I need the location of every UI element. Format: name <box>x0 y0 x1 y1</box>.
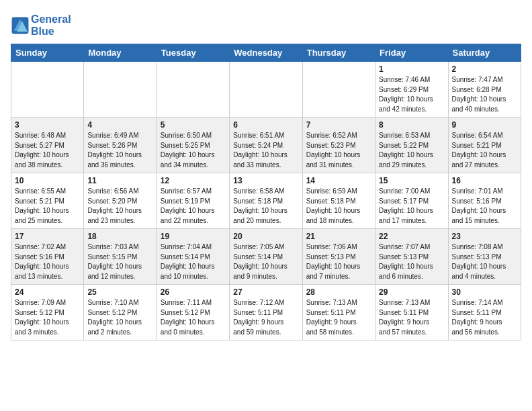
day-number: 23 <box>452 232 517 241</box>
day-number: 26 <box>161 287 226 297</box>
day-info: Sunrise: 7:10 AM Sunset: 5:12 PM Dayligh… <box>87 298 152 337</box>
day-info: Sunrise: 6:52 AM Sunset: 5:23 PM Dayligh… <box>306 131 371 170</box>
calendar-header-thursday: Thursday <box>302 44 375 62</box>
day-number: 2 <box>452 64 517 74</box>
calendar-cell: 14Sunrise: 6:59 AM Sunset: 5:18 PM Dayli… <box>302 173 375 229</box>
day-number: 12 <box>161 176 226 185</box>
day-info: Sunrise: 6:49 AM Sunset: 5:26 PM Dayligh… <box>87 131 152 170</box>
calendar-cell: 2Sunrise: 7:47 AM Sunset: 6:28 PM Daylig… <box>448 62 521 118</box>
day-number: 6 <box>233 120 298 130</box>
day-number: 28 <box>306 287 371 297</box>
day-info: Sunrise: 7:13 AM Sunset: 5:11 PM Dayligh… <box>306 298 371 337</box>
calendar-week-3: 10Sunrise: 6:55 AM Sunset: 5:21 PM Dayli… <box>11 173 521 229</box>
logo-line1: General <box>31 13 71 26</box>
day-info: Sunrise: 6:48 AM Sunset: 5:27 PM Dayligh… <box>15 131 80 170</box>
calendar-cell: 25Sunrise: 7:10 AM Sunset: 5:12 PM Dayli… <box>84 285 157 340</box>
calendar-cell: 19Sunrise: 7:04 AM Sunset: 5:14 PM Dayli… <box>157 229 229 285</box>
calendar-cell: 21Sunrise: 7:06 AM Sunset: 5:13 PM Dayli… <box>302 229 375 285</box>
day-info: Sunrise: 6:58 AM Sunset: 5:18 PM Dayligh… <box>233 187 298 226</box>
day-info: Sunrise: 7:08 AM Sunset: 5:13 PM Dayligh… <box>452 242 517 281</box>
logo-line2: Blue <box>31 26 71 38</box>
day-info: Sunrise: 6:50 AM Sunset: 5:25 PM Dayligh… <box>161 131 226 170</box>
day-info: Sunrise: 7:46 AM Sunset: 6:29 PM Dayligh… <box>379 75 444 114</box>
day-number: 25 <box>87 287 152 297</box>
day-info: Sunrise: 7:11 AM Sunset: 5:12 PM Dayligh… <box>161 298 226 337</box>
calendar-cell: 7Sunrise: 6:52 AM Sunset: 5:23 PM Daylig… <box>302 118 375 173</box>
calendar-cell: 30Sunrise: 7:14 AM Sunset: 5:11 PM Dayli… <box>448 285 521 340</box>
calendar-cell: 17Sunrise: 7:02 AM Sunset: 5:16 PM Dayli… <box>11 229 84 285</box>
day-number: 27 <box>233 287 298 297</box>
calendar-cell: 28Sunrise: 7:13 AM Sunset: 5:11 PM Dayli… <box>302 285 375 340</box>
calendar-header-wednesday: Wednesday <box>230 44 302 62</box>
day-info: Sunrise: 7:06 AM Sunset: 5:13 PM Dayligh… <box>306 242 371 281</box>
day-info: Sunrise: 7:14 AM Sunset: 5:11 PM Dayligh… <box>452 298 517 337</box>
calendar-week-4: 17Sunrise: 7:02 AM Sunset: 5:16 PM Dayli… <box>11 229 521 285</box>
day-info: Sunrise: 7:05 AM Sunset: 5:14 PM Dayligh… <box>233 242 298 281</box>
day-info: Sunrise: 7:47 AM Sunset: 6:28 PM Dayligh… <box>452 75 517 114</box>
calendar-cell: 20Sunrise: 7:05 AM Sunset: 5:14 PM Dayli… <box>230 229 302 285</box>
day-number: 24 <box>15 287 80 297</box>
calendar-cell: 10Sunrise: 6:55 AM Sunset: 5:21 PM Dayli… <box>11 173 84 229</box>
calendar-table: SundayMondayTuesdayWednesdayThursdayFrid… <box>11 44 521 340</box>
calendar-cell: 3Sunrise: 6:48 AM Sunset: 5:27 PM Daylig… <box>11 118 84 173</box>
calendar-week-1: 1Sunrise: 7:46 AM Sunset: 6:29 PM Daylig… <box>11 62 521 118</box>
day-info: Sunrise: 6:53 AM Sunset: 5:22 PM Dayligh… <box>379 131 444 170</box>
day-number: 4 <box>87 120 152 130</box>
logo: General Blue <box>11 13 71 37</box>
day-number: 1 <box>379 64 444 74</box>
day-info: Sunrise: 7:00 AM Sunset: 5:17 PM Dayligh… <box>379 187 444 226</box>
logo-icon <box>11 16 30 35</box>
day-info: Sunrise: 7:12 AM Sunset: 5:11 PM Dayligh… <box>233 298 298 337</box>
calendar-cell: 6Sunrise: 6:51 AM Sunset: 5:24 PM Daylig… <box>230 118 302 173</box>
day-number: 22 <box>379 232 444 241</box>
header: General Blue <box>11 11 521 37</box>
day-number: 30 <box>452 287 517 297</box>
day-number: 29 <box>379 287 444 297</box>
day-number: 9 <box>452 120 517 130</box>
day-info: Sunrise: 6:51 AM Sunset: 5:24 PM Dayligh… <box>233 131 298 170</box>
calendar-cell: 23Sunrise: 7:08 AM Sunset: 5:13 PM Dayli… <box>448 229 521 285</box>
day-info: Sunrise: 7:03 AM Sunset: 5:15 PM Dayligh… <box>87 242 152 281</box>
calendar-cell: 13Sunrise: 6:58 AM Sunset: 5:18 PM Dayli… <box>230 173 302 229</box>
calendar-cell: 29Sunrise: 7:13 AM Sunset: 5:11 PM Dayli… <box>375 285 448 340</box>
day-number: 7 <box>306 120 371 130</box>
day-number: 3 <box>15 120 80 130</box>
day-number: 15 <box>379 176 444 185</box>
calendar-cell: 9Sunrise: 6:54 AM Sunset: 5:21 PM Daylig… <box>448 118 521 173</box>
day-number: 17 <box>15 232 80 241</box>
calendar-cell: 27Sunrise: 7:12 AM Sunset: 5:11 PM Dayli… <box>230 285 302 340</box>
calendar-cell: 8Sunrise: 6:53 AM Sunset: 5:22 PM Daylig… <box>375 118 448 173</box>
calendar-header-monday: Monday <box>84 44 157 62</box>
day-number: 11 <box>87 176 152 185</box>
day-info: Sunrise: 7:04 AM Sunset: 5:14 PM Dayligh… <box>161 242 226 281</box>
calendar-cell: 12Sunrise: 6:57 AM Sunset: 5:19 PM Dayli… <box>157 173 229 229</box>
day-number: 18 <box>87 232 152 241</box>
day-info: Sunrise: 7:01 AM Sunset: 5:16 PM Dayligh… <box>452 187 517 226</box>
calendar-cell <box>11 62 84 118</box>
day-number: 20 <box>233 232 298 241</box>
calendar-week-2: 3Sunrise: 6:48 AM Sunset: 5:27 PM Daylig… <box>11 118 521 173</box>
day-number: 13 <box>233 176 298 185</box>
day-info: Sunrise: 6:54 AM Sunset: 5:21 PM Dayligh… <box>452 131 517 170</box>
calendar-cell <box>230 62 302 118</box>
calendar-cell <box>157 62 229 118</box>
calendar-cell: 16Sunrise: 7:01 AM Sunset: 5:16 PM Dayli… <box>448 173 521 229</box>
calendar-week-5: 24Sunrise: 7:09 AM Sunset: 5:12 PM Dayli… <box>11 285 521 340</box>
day-number: 21 <box>306 232 371 241</box>
day-number: 8 <box>379 120 444 130</box>
day-number: 19 <box>161 232 226 241</box>
day-number: 10 <box>15 176 80 185</box>
calendar-cell: 18Sunrise: 7:03 AM Sunset: 5:15 PM Dayli… <box>84 229 157 285</box>
day-info: Sunrise: 7:07 AM Sunset: 5:13 PM Dayligh… <box>379 242 444 281</box>
calendar-header-friday: Friday <box>375 44 448 62</box>
day-info: Sunrise: 6:59 AM Sunset: 5:18 PM Dayligh… <box>306 187 371 226</box>
day-info: Sunrise: 7:09 AM Sunset: 5:12 PM Dayligh… <box>15 298 80 337</box>
calendar-header-saturday: Saturday <box>448 44 521 62</box>
day-info: Sunrise: 7:02 AM Sunset: 5:16 PM Dayligh… <box>15 242 80 281</box>
calendar-cell: 26Sunrise: 7:11 AM Sunset: 5:12 PM Dayli… <box>157 285 229 340</box>
calendar-cell: 15Sunrise: 7:00 AM Sunset: 5:17 PM Dayli… <box>375 173 448 229</box>
calendar-cell <box>84 62 157 118</box>
calendar-cell: 4Sunrise: 6:49 AM Sunset: 5:26 PM Daylig… <box>84 118 157 173</box>
calendar-cell: 5Sunrise: 6:50 AM Sunset: 5:25 PM Daylig… <box>157 118 229 173</box>
calendar-cell: 22Sunrise: 7:07 AM Sunset: 5:13 PM Dayli… <box>375 229 448 285</box>
